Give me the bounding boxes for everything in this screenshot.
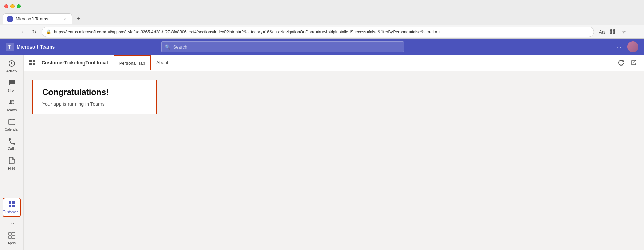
- app-header-icon: [29, 59, 36, 66]
- teams-app: T Microsoft Teams 🔍 ···: [0, 39, 644, 250]
- more-dots-icon: ···: [8, 221, 15, 226]
- teams-header-actions: ···: [614, 41, 638, 52]
- teams-sidebar: Activity Chat: [0, 55, 24, 250]
- svg-rect-8: [9, 119, 15, 125]
- sidebar-item-apps-label: Apps: [8, 241, 16, 245]
- teams-icon: [8, 98, 16, 107]
- tab-close-button[interactable]: ×: [62, 16, 68, 22]
- sidebar-item-customer-label: Customer...: [3, 210, 20, 214]
- app-title: CustomerTicketingTool-local: [42, 60, 108, 66]
- reader-mode-button[interactable]: Aa: [597, 27, 607, 37]
- favorites-button[interactable]: ☆: [619, 27, 629, 37]
- sidebar-item-chat-label: Chat: [8, 89, 15, 93]
- svg-rect-1: [613, 29, 615, 32]
- avatar-image: [627, 41, 638, 52]
- teams-header: T Microsoft Teams 🔍 ···: [0, 39, 644, 55]
- svg-point-7: [12, 100, 14, 101]
- search-input[interactable]: [161, 41, 404, 52]
- teams-app-body: Activity Chat: [0, 55, 644, 250]
- svg-point-6: [10, 100, 12, 102]
- svg-rect-15: [12, 205, 15, 207]
- nav-refresh-button[interactable]: ↻: [29, 27, 39, 37]
- app-open-button[interactable]: [629, 58, 638, 68]
- sidebar-item-calendar-label: Calendar: [5, 128, 19, 132]
- browser-chrome: T Microsoft Teams × + ← → ↻ 🔒 https://te…: [0, 0, 644, 39]
- svg-rect-18: [9, 236, 11, 239]
- congrats-subtitle: Your app is running in Teams: [42, 101, 146, 107]
- svg-rect-2: [610, 32, 612, 34]
- sidebar-item-teams[interactable]: Teams: [3, 96, 21, 114]
- maximize-window-button[interactable]: [17, 4, 21, 8]
- congrats-card: Congratulations! Your app is running in …: [32, 80, 157, 114]
- tab-title: Microsoft Teams: [16, 16, 48, 21]
- sidebar-item-files-label: Files: [8, 166, 15, 171]
- sidebar-item-more[interactable]: ···: [3, 218, 21, 228]
- files-icon: [8, 157, 16, 165]
- sidebar-item-teams-label: Teams: [7, 108, 17, 112]
- teams-more-button[interactable]: ···: [614, 41, 625, 52]
- svg-rect-0: [610, 29, 612, 32]
- content-area: Congratulations! Your app is running in …: [24, 71, 644, 250]
- svg-rect-20: [29, 60, 32, 62]
- browser-tab-teams[interactable]: T Microsoft Teams ×: [3, 13, 72, 24]
- teams-header-title: Microsoft Teams: [17, 44, 55, 50]
- activity-icon: [8, 60, 16, 68]
- sidebar-item-calendar[interactable]: Calendar: [3, 116, 21, 134]
- sidebar-item-activity[interactable]: Activity: [3, 58, 21, 76]
- svg-rect-14: [9, 205, 11, 207]
- svg-rect-13: [12, 201, 15, 204]
- nav-forward-button[interactable]: →: [17, 27, 26, 37]
- app-refresh-button[interactable]: [616, 58, 626, 68]
- browser-more-button[interactable]: ⋯: [630, 27, 640, 37]
- address-bar[interactable]: 🔒 https://teams.microsoft.com/_#/apps/e8…: [42, 27, 594, 37]
- calendar-icon: [8, 118, 16, 127]
- svg-rect-12: [9, 201, 11, 204]
- chat-icon: [8, 79, 16, 88]
- teams-logo-icon: T: [6, 43, 14, 51]
- congrats-title: Congratulations!: [42, 87, 146, 97]
- sidebar-item-chat[interactable]: Chat: [3, 77, 21, 95]
- browser-tab-bar: T Microsoft Teams × +: [0, 12, 644, 25]
- sidebar-item-files[interactable]: Files: [3, 155, 21, 173]
- svg-rect-19: [12, 236, 15, 239]
- calls-icon: [8, 137, 16, 146]
- svg-text:T: T: [8, 44, 11, 50]
- app-tabs: Personal Tab About: [114, 55, 174, 71]
- minimize-window-button[interactable]: [10, 4, 15, 8]
- sidebar-item-activity-label: Activity: [6, 69, 17, 74]
- svg-rect-17: [12, 232, 15, 235]
- svg-rect-21: [33, 60, 35, 62]
- svg-rect-16: [9, 232, 11, 235]
- teams-main: CustomerTicketingTool-local Personal Tab…: [24, 55, 644, 250]
- tab-personal[interactable]: Personal Tab: [114, 55, 151, 70]
- teams-search-wrapper: 🔍: [161, 41, 404, 52]
- extensions-button[interactable]: [608, 27, 618, 37]
- nav-back-button[interactable]: ←: [4, 27, 14, 37]
- traffic-lights: [4, 4, 21, 8]
- svg-rect-22: [29, 63, 32, 65]
- browser-actions: Aa ☆ ⋯: [597, 27, 640, 37]
- sidebar-item-calls[interactable]: Calls: [3, 135, 21, 153]
- browser-addressbar: ← → ↻ 🔒 https://teams.microsoft.com/_#/a…: [0, 25, 644, 39]
- sidebar-item-customer[interactable]: Customer...: [3, 198, 21, 217]
- app-header-actions: [616, 58, 638, 68]
- close-window-button[interactable]: [4, 4, 8, 8]
- customer-icon: [8, 200, 16, 209]
- address-lock-icon: 🔒: [46, 29, 51, 34]
- browser-titlebar: [0, 0, 644, 12]
- new-tab-button[interactable]: +: [73, 14, 83, 24]
- tab-favicon: T: [7, 16, 13, 22]
- svg-rect-23: [33, 63, 35, 65]
- teams-logo: T Microsoft Teams: [6, 43, 55, 51]
- sidebar-item-apps[interactable]: Apps: [3, 230, 21, 248]
- user-avatar[interactable]: [627, 41, 638, 52]
- svg-rect-3: [613, 32, 615, 34]
- tab-about[interactable]: About: [151, 55, 174, 71]
- address-bar-url: https://teams.microsoft.com/_#/apps/e8e4…: [54, 29, 590, 34]
- apps-icon: [8, 232, 16, 240]
- sidebar-item-calls-label: Calls: [8, 147, 15, 151]
- app-header: CustomerTicketingTool-local Personal Tab…: [24, 55, 644, 71]
